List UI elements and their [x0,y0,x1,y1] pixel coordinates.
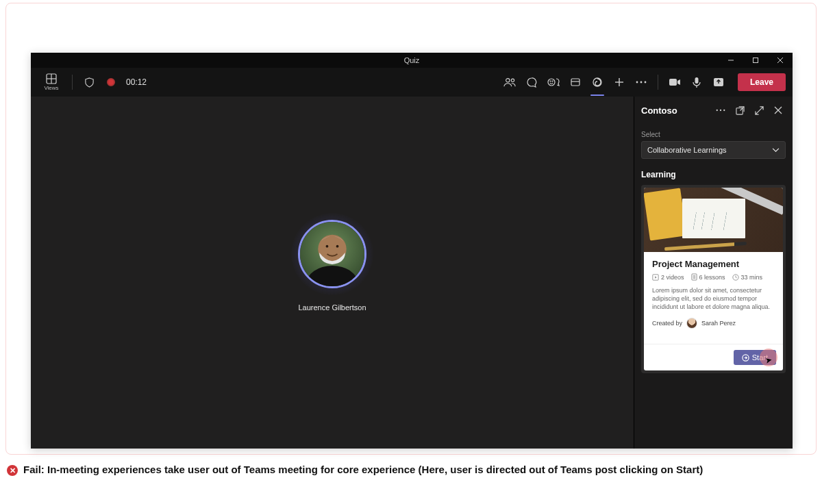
meeting-stage: Laurence Gilbertson [31,97,634,449]
add-app-button[interactable] [610,73,629,92]
learning-card: Project Management 2 videos 6 lessons [641,185,786,373]
rooms-button[interactable] [566,73,585,92]
start-button[interactable]: Start ➤ [734,350,776,365]
panel-close-button[interactable] [771,103,786,118]
panel-header: Contoso [634,97,793,124]
svg-point-30 [723,110,725,111]
meeting-timer: 00:12 [126,77,147,87]
participant-avatar-glow [291,213,373,295]
start-button-label: Start [752,353,768,362]
share-screen-button[interactable] [709,73,728,92]
select-field-label: Select [641,131,786,138]
shield-privacy-button[interactable] [79,73,99,92]
reactions-icon [547,77,560,88]
svg-point-10 [550,81,551,81]
participants-button[interactable] [500,73,519,92]
app-side-panel: Contoso Select [634,97,793,449]
window-close-button[interactable] [768,53,793,68]
svg-point-11 [552,81,553,81]
card-meta: 2 videos 6 lessons 33 mins [652,273,775,281]
meeting-toolbar: Views 00:12 [31,68,793,97]
fail-annotation: ✕ Fail: In-meeting experiences take user… [7,463,815,477]
window-minimize-button[interactable] [719,53,743,68]
svg-point-28 [717,110,718,111]
window-maximize-button[interactable] [743,53,768,68]
creator-avatar [686,318,697,329]
rooms-icon [570,77,581,88]
toolbar-divider-2 [658,75,658,90]
svg-point-8 [511,79,514,81]
views-label: Views [44,85,58,91]
dropdown-value: Collaborative Learnings [647,146,727,154]
window-controls [719,53,793,68]
fail-icon: ✕ [7,465,18,476]
panel-body: Select Collaborative Learnings Learning [634,124,793,449]
panel-expand-button[interactable] [751,103,767,118]
views-button[interactable]: Views [38,73,65,91]
svg-rect-1 [754,58,758,63]
svg-point-19 [645,81,647,84]
svg-rect-20 [669,79,677,86]
video-icon [652,274,659,281]
learning-type-dropdown[interactable]: Collaborative Learnings [641,141,786,159]
participant-name: Laurence Gilbertson [298,303,366,312]
mic-toggle[interactable] [687,73,706,92]
example-frame: Quiz Views [5,3,817,455]
card-description: Lorem ipsum dolor sit amet, consectetur … [652,286,775,311]
panel-more-button[interactable] [713,103,728,118]
popout-icon [736,106,745,115]
record-icon [107,78,115,86]
svg-point-9 [548,79,555,86]
teams-meeting-window: Quiz Views [31,53,793,449]
svg-point-7 [506,79,510,82]
card-hero-image [644,188,783,252]
lessons-icon [691,273,697,281]
card-footer: Start ➤ [644,344,783,370]
apps-swirl-icon [592,77,603,88]
ellipsis-icon [716,109,725,112]
svg-rect-12 [571,79,580,86]
meta-videos: 2 videos [652,274,684,281]
fail-text: Fail: In-meeting experiences take user o… [23,463,703,477]
toolbar-divider [72,75,73,90]
leave-button[interactable]: Leave [738,73,786,91]
camera-toggle[interactable] [665,73,684,92]
apps-button[interactable] [588,73,607,92]
more-actions-button[interactable] [632,73,651,92]
window-titlebar: Quiz [31,53,793,68]
svg-point-26 [326,245,329,248]
launch-icon [742,354,749,362]
camera-icon [669,77,681,87]
chevron-down-icon [772,148,780,153]
close-icon [774,106,782,114]
shield-icon [84,77,95,88]
participant-avatar [298,220,366,288]
grid-icon [46,73,57,84]
panel-popout-button[interactable] [732,103,747,118]
card-title: Project Management [652,259,775,269]
meta-lessons: 6 lessons [691,273,725,281]
people-icon [503,77,516,88]
expand-icon [755,106,764,115]
svg-point-14 [593,78,601,86]
plus-icon [614,77,624,87]
card-creator: Created by Sarah Perez [652,318,775,336]
created-by-label: Created by [652,320,682,327]
svg-point-29 [720,110,721,111]
chat-button[interactable] [522,73,541,92]
reactions-button[interactable] [544,73,563,92]
window-title: Quiz [404,56,420,64]
svg-rect-21 [695,77,698,84]
recording-indicator[interactable] [101,73,121,92]
clock-icon [732,274,739,281]
svg-point-17 [636,81,638,84]
chat-icon [526,77,537,88]
avatar-image [300,222,364,286]
mic-icon [692,77,701,88]
share-icon [713,77,724,87]
svg-point-18 [640,81,643,84]
svg-point-27 [336,245,339,248]
ellipsis-icon [636,81,647,84]
learning-section-heading: Learning [641,170,786,179]
meta-duration: 33 mins [732,274,763,281]
